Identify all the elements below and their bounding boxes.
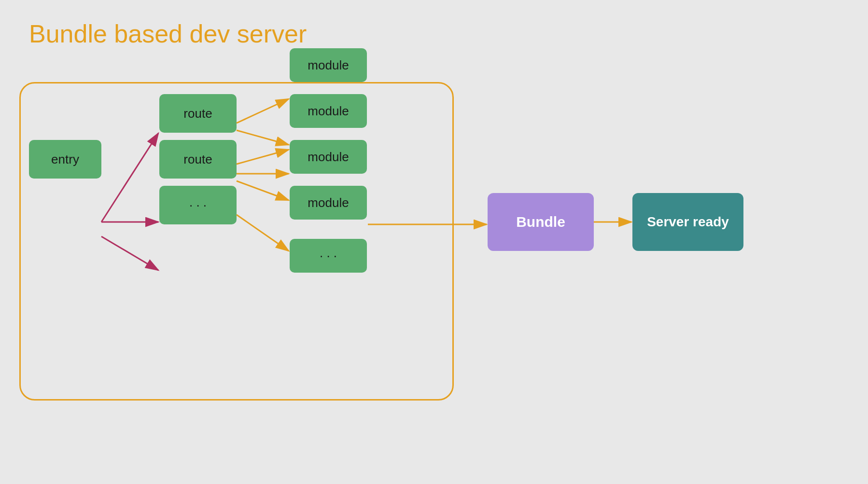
dots2-node: · · · bbox=[290, 239, 367, 273]
entry-node: entry bbox=[29, 140, 101, 179]
route1-node: route bbox=[159, 94, 237, 133]
module1-node: module bbox=[290, 48, 367, 82]
bundle-node: Bundle bbox=[488, 193, 594, 251]
module2-node: module bbox=[290, 94, 367, 128]
module4-node: module bbox=[290, 186, 367, 220]
server-ready-node: Server ready bbox=[632, 193, 743, 251]
route2-node: route bbox=[159, 140, 237, 179]
bundle-group-box bbox=[19, 82, 454, 401]
dots1-node: · · · bbox=[159, 186, 237, 224]
page-title: Bundle based dev server bbox=[29, 19, 307, 48]
module3-node: module bbox=[290, 140, 367, 174]
